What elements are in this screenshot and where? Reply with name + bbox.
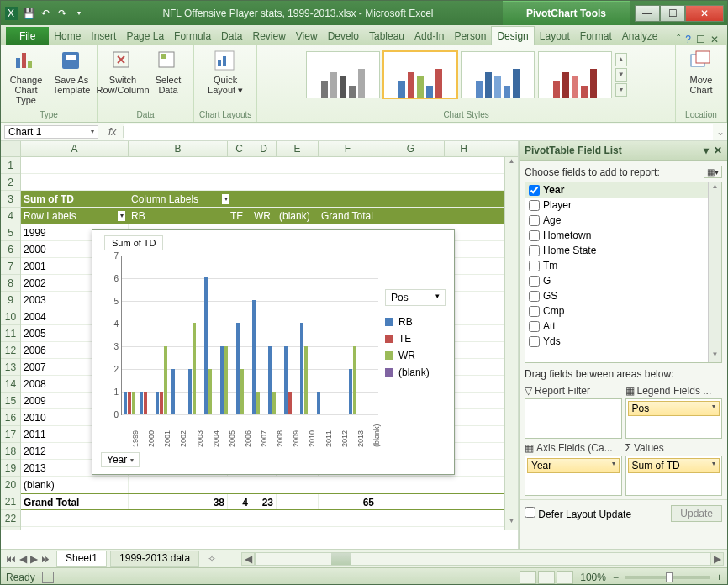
maximize-button[interactable]: ☐ <box>660 5 685 22</box>
select-all-corner[interactable] <box>1 141 21 156</box>
drop-legend-fields[interactable]: ▦Legend Fields ... Pos▾ <box>625 385 723 439</box>
row-6[interactable]: 6 <box>1 241 20 258</box>
update-button[interactable]: Update <box>671 505 722 522</box>
styles-scroll-down-icon[interactable]: ▼ <box>615 68 627 82</box>
undo-icon[interactable]: ↶ <box>38 6 53 21</box>
close-button[interactable]: ✕ <box>685 5 724 22</box>
style-thumb-3[interactable] <box>461 51 535 98</box>
view-page-break-button[interactable] <box>557 571 573 584</box>
col-C[interactable]: C <box>228 141 251 156</box>
legend-item-(blank)[interactable]: (blank) <box>385 366 446 378</box>
zoom-in-button[interactable]: + <box>716 572 722 583</box>
expand-formula-bar-icon[interactable]: ⌄ <box>714 126 727 138</box>
macro-record-icon[interactable] <box>42 572 54 583</box>
col-B[interactable]: B <box>129 141 228 156</box>
sheet-tab-active[interactable]: Sheet1 <box>56 551 107 567</box>
save-as-template-button[interactable]: Save As Template <box>51 48 92 107</box>
restore-window-icon[interactable]: ☐ <box>696 34 705 45</box>
style-thumb-1[interactable] <box>306 51 380 98</box>
styles-scroll-up-icon[interactable]: ▲ <box>615 53 627 66</box>
view-normal-button[interactable] <box>520 571 536 584</box>
drop-values[interactable]: ΣValues Sum of TD▾ <box>625 442 723 496</box>
row-13[interactable]: 13 <box>1 359 20 376</box>
styles-more-icon[interactable]: ▾ <box>615 83 627 97</box>
tab-tableau[interactable]: Tableau <box>364 27 409 45</box>
field-Home State[interactable]: Home State <box>525 243 721 258</box>
tab-insert[interactable]: Insert <box>86 27 121 45</box>
new-sheet-icon[interactable]: ✧ <box>203 551 221 567</box>
field-Tm[interactable]: Tm <box>525 258 721 273</box>
tab-format[interactable]: Format <box>575 27 617 45</box>
field-Year[interactable]: Year <box>525 182 721 198</box>
row-5[interactable]: 5 <box>1 224 20 241</box>
row-12[interactable]: 12 <box>1 342 20 359</box>
vertical-scrollbar[interactable]: ▲▼ <box>504 157 518 530</box>
help-icon[interactable]: ? <box>685 34 691 45</box>
row-19[interactable]: 19 <box>1 460 20 477</box>
drop-report-filter[interactable]: ▽Report Filter <box>525 385 622 439</box>
field-Cmp[interactable]: Cmp <box>525 303 721 319</box>
tab-page-layout[interactable]: Page La <box>121 27 169 45</box>
row-8[interactable]: 8 <box>1 275 20 292</box>
style-thumb-2[interactable] <box>383 51 457 98</box>
switch-row-column-button[interactable]: Switch Row/Column <box>103 48 143 97</box>
field-Hometown[interactable]: Hometown <box>525 228 721 243</box>
name-box[interactable]: Chart 1▾ <box>4 125 98 139</box>
drop-axis-fields[interactable]: ▦Axis Fields (Ca... Year▾ <box>525 442 622 496</box>
col-E[interactable]: E <box>277 141 319 156</box>
row-filter-icon[interactable]: ▾ <box>118 211 125 221</box>
row-3[interactable]: 3 <box>1 191 20 208</box>
redo-icon[interactable]: ↷ <box>55 6 70 21</box>
row-18[interactable]: 18 <box>1 443 20 460</box>
field-pane-dropdown-icon[interactable]: ▾ <box>704 145 709 156</box>
row-10[interactable]: 10 <box>1 308 20 325</box>
legend-item-TE[interactable]: TE <box>385 333 446 345</box>
field-GS[interactable]: GS <box>525 288 721 303</box>
row-9[interactable]: 9 <box>1 292 20 308</box>
cells[interactable]: Sum of TD Column Labels ▾ Row Labels ▾ R… <box>21 157 518 530</box>
tab-view[interactable]: View <box>291 27 323 45</box>
defer-checkbox[interactable]: Defer Layout Update <box>525 507 631 520</box>
qat-dropdown-icon[interactable]: ▾ <box>71 6 87 21</box>
chart-title[interactable]: Sum of TD <box>104 235 163 250</box>
field-G[interactable]: G <box>525 273 721 288</box>
field-Att[interactable]: Att <box>525 319 721 334</box>
row-15[interactable]: 15 <box>1 393 20 409</box>
chart-legend[interactable]: Pos▾ RBTEWR(blank) <box>385 289 446 383</box>
tab-addins[interactable]: Add-In <box>409 27 449 45</box>
row-2[interactable]: 2 <box>1 174 20 191</box>
row-1[interactable]: 1 <box>1 157 20 174</box>
save-icon[interactable]: 💾 <box>21 6 36 21</box>
legend-item-WR[interactable]: WR <box>385 350 446 361</box>
horizontal-scrollbar[interactable]: ◀ ▶ <box>241 552 724 566</box>
tab-home[interactable]: Home <box>49 27 86 45</box>
tab-layout[interactable]: Layout <box>535 27 575 45</box>
minimize-button[interactable]: — <box>635 5 660 22</box>
quick-layout-button[interactable]: Quick Layout ▾ <box>205 48 245 97</box>
col-D[interactable]: D <box>251 141 277 156</box>
tab-developer[interactable]: Develo <box>323 27 364 45</box>
tab-formulas[interactable]: Formula <box>169 27 216 45</box>
chart-year-filter[interactable]: Year▾ <box>101 452 140 467</box>
col-G[interactable]: G <box>377 141 445 156</box>
formula-input[interactable] <box>124 124 713 140</box>
tab-review[interactable]: Review <box>247 27 290 45</box>
sheet-tab-1999-2013[interactable]: 1999-2013 data <box>110 551 199 567</box>
col-F[interactable]: F <box>319 141 377 156</box>
tab-analyze[interactable]: Analyze <box>617 27 663 45</box>
field-layout-icon[interactable]: ▦▾ <box>704 166 722 178</box>
tab-person[interactable]: Person <box>449 27 491 45</box>
move-chart-button[interactable]: Move Chart <box>681 48 721 97</box>
field-list-scrollbar[interactable]: ▲▼ <box>708 182 721 362</box>
name-box-dropdown-icon[interactable]: ▾ <box>91 128 94 135</box>
row-7[interactable]: 7 <box>1 258 20 275</box>
close-workbook-icon[interactable]: ✕ <box>710 34 719 45</box>
select-data-button[interactable]: Select Data <box>148 48 188 97</box>
zoom-out-button[interactable]: − <box>613 572 619 583</box>
fx-label[interactable]: fx <box>102 126 124 138</box>
style-thumb-4[interactable] <box>538 51 612 98</box>
legend-field-item[interactable]: Pos▾ <box>628 401 720 416</box>
tab-design[interactable]: Design <box>491 26 534 45</box>
row-20[interactable]: 20 <box>1 477 20 493</box>
embedded-chart[interactable]: Sum of TD 01234567 199920002001200220032… <box>92 229 455 475</box>
